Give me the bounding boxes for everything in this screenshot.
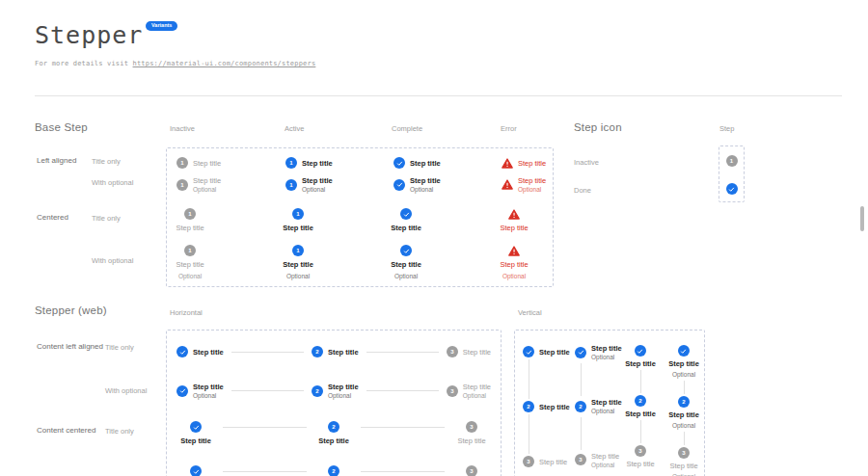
scrollbar-thumb[interactable] (860, 206, 864, 231)
step-title-label: Step title (500, 224, 528, 232)
step-number-circle-inactive: 1 (184, 208, 196, 220)
step-title-label: Step title (668, 410, 699, 419)
step-optional-label: Optional (672, 371, 695, 379)
base-step-active-with-optional[interactable]: 1Step titleOptional (285, 176, 333, 194)
step-title-label: Step title (410, 176, 441, 185)
step-title-label: Step title (591, 398, 622, 407)
vertical-stepper-left-aligned-title-only: Step title2Step title3Step title (523, 346, 570, 467)
column-header-step: Step (719, 124, 734, 133)
check-circle-icon (400, 245, 412, 256)
step-connector (581, 363, 582, 396)
step-number-circle-inactive: 3 (678, 447, 690, 459)
step-title-label: Step title (518, 159, 546, 168)
stepper-step-complete[interactable]: Step title (176, 421, 215, 445)
base-step-error-title-only[interactable]: Step title (493, 208, 535, 232)
stepper-step-active[interactable]: 2Step titleOptional (668, 396, 699, 430)
step-title-label: Step title (318, 436, 349, 445)
stepper-step-complete[interactable]: Step title (625, 345, 656, 368)
base-step-error-with-optional[interactable]: Step titleOptional (502, 176, 546, 194)
stepper-step-complete[interactable]: Step title (523, 346, 570, 357)
stepper-step-inactive[interactable]: 3Step title (447, 346, 491, 357)
stepper-step-complete[interactable]: Step titleOptional (176, 383, 224, 400)
stepper-step-inactive[interactable]: 3Step titleOptional (452, 465, 491, 476)
stepper-step-active[interactable]: 2Step title (312, 346, 359, 357)
stepper-step-active[interactable]: 2Step title (625, 395, 656, 418)
step-optional-label: Optional (672, 422, 695, 430)
step-number-circle-inactive: 3 (447, 346, 458, 357)
step-title-label: Step title (176, 224, 203, 232)
step-number-circle-inactive: 1 (726, 155, 738, 167)
step-title-label: Step title (539, 458, 567, 466)
base-step-error-title-only[interactable]: Step title (502, 157, 546, 169)
step-optional-label: Optional (302, 186, 333, 194)
stepper-step-complete[interactable]: Step titleOptional (176, 465, 215, 476)
stepper-step-active[interactable]: 2Step title (314, 421, 353, 445)
stepper-step-active[interactable]: 2Step titleOptional (575, 398, 622, 415)
base-step-complete-title-only[interactable]: Step title (385, 208, 427, 232)
step-number-circle-active: 2 (523, 401, 534, 412)
step-number-circle-inactive: 3 (635, 445, 646, 457)
step-title-label: Step title (591, 452, 619, 461)
base-step-active-with-optional[interactable]: 1Step titleOptional (277, 245, 319, 280)
row-sublabel-title-only-2: Title only (92, 214, 121, 223)
base-step-inactive-title-only[interactable]: 1Step title (176, 157, 221, 169)
step-title-label: Step title (539, 403, 570, 411)
base-step-inactive-title-only[interactable]: 1Step title (169, 208, 211, 232)
horizontal-stepper-row: Step titleOptional2Step titleOptional3St… (176, 383, 491, 400)
check-circle-icon (635, 345, 646, 357)
step-icon-complete[interactable] (726, 183, 738, 195)
step-icon-heading: Step icon (574, 121, 622, 133)
stepper-step-inactive[interactable]: 3Step titleOptional (447, 383, 491, 400)
stepper-step-inactive[interactable]: 3Step title (523, 456, 567, 467)
check-circle-icon (400, 208, 412, 220)
header-divider (35, 95, 842, 96)
step-number-circle-active: 2 (312, 385, 323, 397)
base-step-complete-title-only[interactable]: Step title (393, 157, 441, 169)
docs-link[interactable]: https://material-ui.com/components/stepp… (133, 60, 316, 67)
horizontal-stepper-row: Step titleOptional2Step titleOptional3St… (176, 465, 491, 476)
base-step-active-title-only[interactable]: 1Step title (285, 157, 333, 169)
step-number-circle-active: 1 (292, 208, 304, 220)
column-header-horizontal: Horizontal (170, 308, 203, 317)
stepper-step-inactive[interactable]: 3Step title (452, 421, 491, 445)
row-sublabel-title-only: Title only (92, 157, 121, 166)
column-header-vertical: Vertical (518, 308, 542, 317)
stepper-step-complete[interactable]: Step title (176, 346, 224, 357)
check-circle-icon (678, 345, 690, 357)
step-number-circle-active: 2 (678, 396, 690, 408)
step-title-label: Step title (410, 159, 441, 168)
stepper-step-active[interactable]: 2Step title (523, 401, 570, 412)
row-sublabel-with-optional: With optional (92, 178, 133, 187)
step-optional-label: Optional (518, 186, 546, 194)
base-step-inactive-with-optional[interactable]: 1Step titleOptional (169, 245, 211, 280)
step-title-label: Step title (283, 224, 313, 232)
base-step-active-title-only[interactable]: 1Step title (277, 208, 319, 232)
stepper-step-inactive[interactable]: 3Step titleOptional (669, 447, 697, 476)
step-number-circle-active: 1 (292, 245, 304, 256)
base-step-inactive-with-optional[interactable]: 1Step titleOptional (176, 176, 221, 194)
base-step-complete-with-optional[interactable]: Step titleOptional (393, 176, 441, 194)
column-header-active: Active (285, 124, 304, 133)
step-title-label: Step title (669, 462, 697, 470)
step-number-circle-inactive: 3 (447, 385, 458, 397)
stepper-step-inactive[interactable]: 3Step titleOptional (575, 452, 619, 469)
step-connector (684, 381, 685, 394)
check-circle-icon (575, 347, 586, 358)
stepper-step-complete[interactable]: Step titleOptional (668, 345, 699, 379)
step-optional-label: Optional (193, 392, 224, 400)
subtitle-text: For more details visit (35, 60, 133, 67)
stepper-step-complete[interactable]: Step titleOptional (575, 344, 622, 361)
base-step-error-with-optional[interactable]: Step titleOptional (493, 245, 535, 280)
step-title-label: Step title (539, 348, 570, 357)
row-label-content-centered: Content centered (37, 426, 95, 435)
stepper-step-active[interactable]: 2Step titleOptional (314, 465, 353, 476)
base-step-complete-with-optional[interactable]: Step titleOptional (385, 245, 427, 280)
stepper-step-inactive[interactable]: 3Step title (626, 445, 654, 468)
step-optional-label: Optional (394, 273, 418, 280)
column-header-error: Error (501, 124, 517, 133)
step-optional-label: Optional (591, 462, 619, 469)
step-icon-inactive[interactable]: 1 (726, 155, 738, 167)
stepper-step-active[interactable]: 2Step titleOptional (312, 383, 359, 400)
row-sublabel-with-optional-2: With optional (92, 256, 133, 265)
variants-badge[interactable]: Variants (146, 21, 177, 31)
